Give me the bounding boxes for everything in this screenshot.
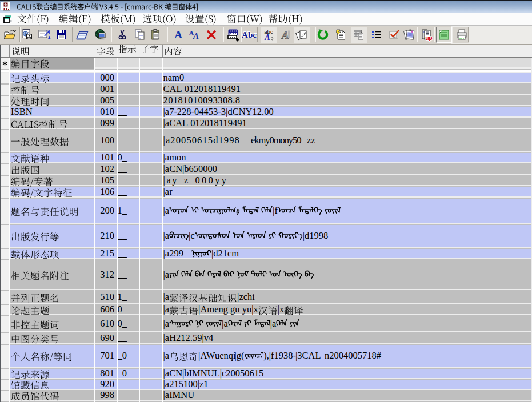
svg-text:Abc: Abc: [242, 30, 257, 39]
svg-text:up: up: [425, 34, 433, 41]
svg-text:A: A: [264, 33, 270, 42]
svg-text:A: A: [174, 29, 182, 41]
svg-text:A: A: [193, 31, 199, 41]
svg-text:A: A: [281, 29, 289, 41]
